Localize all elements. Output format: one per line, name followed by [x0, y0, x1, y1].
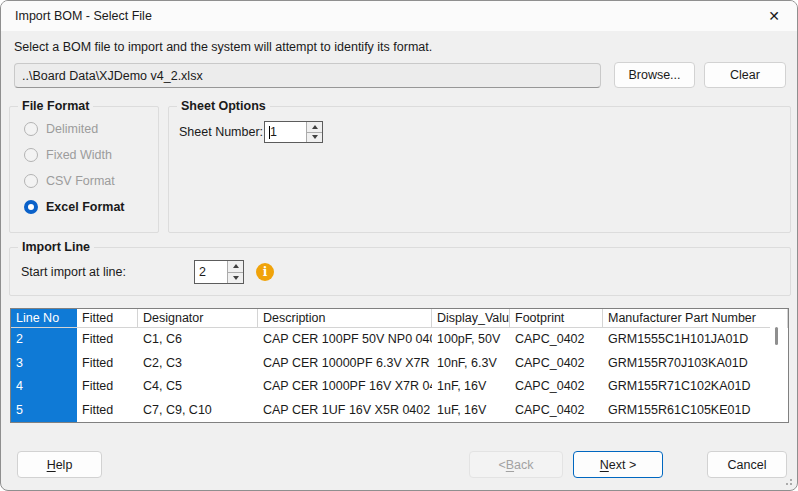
table-cell[interactable]: 5 — [11, 399, 77, 423]
radio-icon — [24, 122, 38, 136]
next-button[interactable]: Next > — [573, 451, 663, 478]
browse-button[interactable]: Browse... — [614, 62, 695, 88]
table-cell[interactable]: 4 — [11, 375, 77, 399]
start-import-line-value: 2 — [199, 265, 206, 279]
sheet-number-spinner: 1 — [264, 121, 323, 143]
dialog-title: Import BOM - Select File — [15, 1, 152, 31]
label-part: elp — [56, 458, 73, 472]
label-part: ack — [514, 458, 533, 472]
table-cell[interactable]: GRM1555C1H101JA01D — [603, 328, 788, 352]
table-row[interactable]: 3FittedC2, C3CAP CER 10000PF 6.3V X7R 04… — [11, 352, 788, 376]
start-import-line-spin-buttons — [227, 261, 243, 283]
table-cell[interactable]: Fitted — [77, 328, 138, 352]
table-cell[interactable]: 100pF, 50V — [432, 328, 510, 352]
scrollbar-thumb[interactable] — [775, 327, 778, 345]
start-import-line-down-button[interactable] — [228, 272, 243, 284]
intro-text: Select a BOM file to import and the syst… — [14, 40, 432, 54]
import-line-group: Import Line — [9, 247, 791, 296]
label-part: N — [600, 458, 609, 472]
table-cell[interactable]: CAP CER 1UF 16V X5R 0402 — [258, 399, 432, 423]
table-vertical-scrollbar[interactable] — [770, 310, 787, 421]
radio-csv-format-label: CSV Format — [46, 174, 115, 188]
resize-grip-icon[interactable] — [782, 475, 792, 485]
column-header-fitted[interactable]: Fitted — [77, 309, 138, 327]
radio-fixed-width-label: Fixed Width — [46, 148, 112, 162]
clear-button[interactable]: Clear — [704, 62, 786, 88]
bom-file-path-value: ..\Board Data\XJDemo v4_2.xlsx — [22, 69, 203, 83]
table-cell[interactable]: Fitted — [77, 399, 138, 423]
sheet-number-down-button[interactable] — [307, 132, 322, 143]
table-cell[interactable]: C7, C9, C10 — [138, 399, 258, 423]
start-import-line-input[interactable]: 2 — [195, 261, 227, 283]
radio-selected-icon — [24, 200, 38, 214]
table-row[interactable]: 5FittedC7, C9, C10CAP CER 1UF 16V X5R 04… — [11, 399, 788, 423]
start-import-line-spinner: 2 — [194, 260, 244, 284]
table-cell[interactable]: Fitted — [77, 375, 138, 399]
table-row[interactable]: 4FittedC4, C5CAP CER 1000PF 16V X7R 0402… — [11, 375, 788, 399]
table-cell[interactable]: CAP CER 1000PF 16V X7R 0402 — [258, 375, 432, 399]
bom-file-path-field[interactable]: ..\Board Data\XJDemo v4_2.xlsx — [14, 63, 601, 88]
label-part: ext > — [609, 458, 636, 472]
column-header-display-value[interactable]: Display_Value — [432, 309, 510, 327]
sheet-number-label: Sheet Number: — [179, 125, 263, 139]
table-cell[interactable]: CAP CER 100PF 50V NP0 0402 — [258, 328, 432, 352]
table-cell[interactable]: C2, C3 — [138, 352, 258, 376]
table-cell[interactable]: 3 — [11, 352, 77, 376]
column-header-line-no[interactable]: Line No — [11, 309, 77, 327]
table-cell[interactable]: C1, C6 — [138, 328, 258, 352]
table-cell[interactable]: 1nF, 16V — [432, 375, 510, 399]
label-part: < — [498, 458, 505, 472]
label-part: Cancel — [728, 458, 767, 472]
table-cell[interactable]: GRM155R71C102KA01D — [603, 375, 788, 399]
radio-delimited: Delimited — [24, 121, 98, 137]
table-cell[interactable]: CAP CER 10000PF 6.3V X7R 04... — [258, 352, 432, 376]
sheet-number-up-button[interactable] — [307, 122, 322, 132]
column-header-description[interactable]: Description — [258, 309, 432, 327]
table-cell[interactable]: CAPC_0402 — [510, 399, 603, 423]
radio-excel-format[interactable]: Excel Format — [24, 199, 125, 215]
table-cell[interactable]: CAPC_0402 — [510, 352, 603, 376]
import-bom-dialog: Import BOM - Select File ✕ Select a BOM … — [0, 0, 798, 491]
import-line-group-label: Import Line — [18, 240, 94, 254]
arrow-down-icon — [233, 276, 239, 280]
arrow-up-icon — [312, 125, 318, 129]
cancel-button[interactable]: Cancel — [707, 451, 787, 478]
start-import-at-line-label: Start import at line: — [21, 265, 126, 279]
bom-preview-table: Line NoFittedDesignatorDescriptionDispla… — [10, 308, 789, 423]
table-cell[interactable]: C4, C5 — [138, 375, 258, 399]
table-cell[interactable]: 2 — [11, 328, 77, 352]
arrow-up-icon — [233, 264, 239, 268]
start-import-line-up-button[interactable] — [228, 261, 243, 272]
table-body: 2FittedC1, C6CAP CER 100PF 50V NP0 04021… — [11, 328, 788, 422]
sheet-number-value: 1 — [270, 125, 277, 139]
close-icon[interactable]: ✕ — [761, 4, 787, 28]
label-part: B — [506, 458, 514, 472]
table-cell[interactable]: Fitted — [77, 352, 138, 376]
column-header-footprint[interactable]: Footprint — [510, 309, 603, 327]
back-button: < Back — [469, 451, 563, 478]
table-cell[interactable]: GRM155R61C105KE01D — [603, 399, 788, 423]
table-cell[interactable]: CAPC_0402 — [510, 328, 603, 352]
table-cell[interactable]: 1uF, 16V — [432, 399, 510, 423]
label-part: H — [47, 458, 56, 472]
help-button[interactable]: Help — [17, 451, 102, 478]
file-format-group-label: File Format — [18, 99, 93, 113]
info-icon[interactable]: i — [256, 263, 274, 281]
radio-csv-format: CSV Format — [24, 173, 115, 189]
column-header-manufacturer-part-number[interactable]: Manufacturer Part Number — [603, 309, 788, 327]
table-header-row: Line NoFittedDesignatorDescriptionDispla… — [11, 309, 788, 328]
title-bar: Import BOM - Select File ✕ — [1, 1, 797, 31]
radio-excel-format-label: Excel Format — [46, 200, 125, 214]
column-header-designator[interactable]: Designator — [138, 309, 258, 327]
table-cell[interactable]: 10nF, 6.3V — [432, 352, 510, 376]
radio-icon — [24, 174, 38, 188]
file-format-group: File Format Delimited Fixed Width CSV Fo… — [9, 106, 159, 233]
radio-icon — [24, 148, 38, 162]
sheet-number-input[interactable]: 1 — [265, 122, 306, 142]
table-cell[interactable]: GRM155R70J103KA01D — [603, 352, 788, 376]
sheet-options-group-label: Sheet Options — [177, 99, 270, 113]
table-row[interactable]: 2FittedC1, C6CAP CER 100PF 50V NP0 04021… — [11, 328, 788, 352]
arrow-down-icon — [312, 135, 318, 139]
sheet-number-spin-buttons — [306, 122, 322, 142]
table-cell[interactable]: CAPC_0402 — [510, 375, 603, 399]
